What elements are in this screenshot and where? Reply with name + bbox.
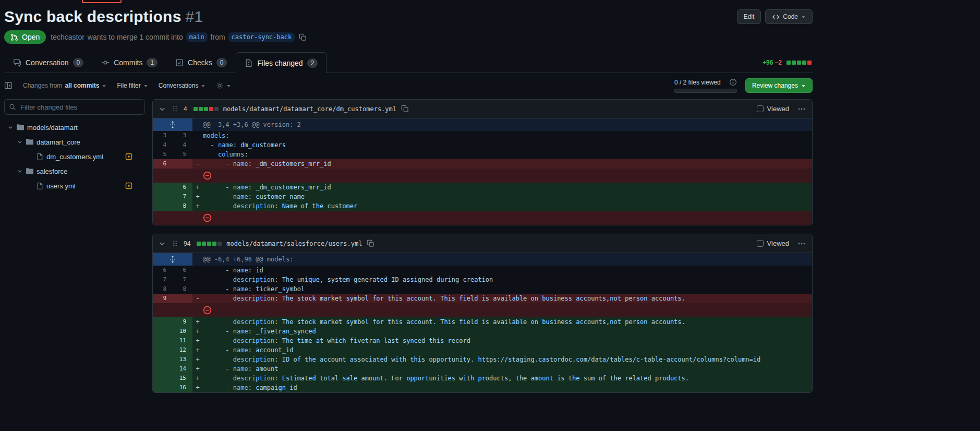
pull-request-page: Sync back descriptions#1 Edit Code Open … [0, 0, 817, 401]
edit-button[interactable]: Edit [737, 9, 761, 24]
diff-sign [192, 275, 203, 284]
tok-punct: : [225, 132, 229, 139]
file-options-button[interactable] [797, 240, 806, 248]
new-line-number[interactable]: 6 [173, 183, 192, 192]
tab-counter: 2 [307, 58, 318, 68]
tab-conversation[interactable]: Conversation0 [4, 52, 92, 73]
new-line-number[interactable]: 15 [173, 374, 192, 383]
head-branch-label[interactable]: castor-sync-back [228, 32, 295, 42]
file-header: 4models/datamart/datamart_core/dm_custom… [153, 100, 812, 118]
new-line-number[interactable]: 6 [173, 266, 192, 275]
code-line: + description: ID of the account associa… [192, 355, 812, 364]
new-line-number[interactable]: 8 [173, 201, 192, 211]
new-line-number[interactable]: 4 [173, 140, 192, 150]
tok-val: Name of the customer [279, 202, 358, 210]
tree-item-label: datamart_core [37, 138, 80, 146]
expand-diff-button[interactable] [153, 118, 192, 131]
tree-item-users-yml[interactable]: users.yml [4, 178, 145, 193]
new-line-number[interactable]: 10 [173, 327, 192, 336]
tab-label: Commits [114, 57, 142, 68]
new-line-number[interactable]: 9 [173, 317, 192, 327]
file-section-dm-customers-yml: 4models/datamart/datamart_core/dm_custom… [152, 99, 813, 225]
diff-row-context: 55 columns: [153, 150, 812, 159]
old-line-number[interactable]: 9 [153, 294, 173, 303]
diff-settings-dropdown[interactable] [216, 82, 231, 90]
file-filter-dropdown[interactable]: File filter [117, 82, 148, 89]
tok-key: description [233, 356, 274, 363]
review-changes-button[interactable]: Review changes [745, 78, 813, 93]
old-line-number[interactable]: 5 [153, 150, 173, 159]
old-line-number [153, 201, 173, 211]
viewed-checkbox[interactable] [757, 105, 764, 112]
copy-path-button[interactable] [401, 105, 409, 113]
new-line-number[interactable]: 12 [173, 345, 192, 355]
tab-commits[interactable]: Commits1 [92, 52, 166, 73]
diff-sign [192, 131, 203, 140]
new-line-number[interactable]: 14 [173, 364, 192, 374]
tree-item-datamart-core[interactable]: datamart_core [4, 135, 145, 149]
file-grabber-handle[interactable] [171, 240, 179, 247]
old-line-number [153, 317, 173, 327]
file-path: models/datamart/salesforce/users.yml [226, 240, 362, 247]
new-line-number[interactable]: 3 [173, 131, 192, 140]
copy-path-button[interactable] [367, 240, 374, 247]
tok-val: The unique, system-generated ID assigned… [279, 276, 493, 283]
tok-val: customer_name [252, 193, 305, 200]
tab-checks[interactable]: Checks0 [166, 52, 236, 73]
tok-punct: : [248, 285, 252, 293]
no-entry-icon[interactable] [203, 213, 212, 222]
new-line-number[interactable]: 13 [173, 355, 192, 364]
copy-branch-icon[interactable] [299, 33, 307, 41]
code-button[interactable]: Code [765, 9, 813, 24]
no-entry-icon[interactable] [203, 306, 212, 315]
base-branch-label[interactable]: main [186, 32, 208, 42]
toggle-file-tree-button[interactable] [4, 81, 13, 90]
tree-item-models-datamart[interactable]: models/datamart [4, 120, 145, 135]
old-line-number[interactable]: 6 [153, 266, 173, 275]
chevron-down-icon[interactable] [17, 168, 23, 174]
new-line-number[interactable]: 5 [173, 150, 192, 159]
new-line-number[interactable]: 11 [173, 336, 192, 345]
new-line-number[interactable]: 8 [173, 284, 192, 294]
file-grabber-handle[interactable] [171, 105, 179, 113]
old-line-number[interactable]: 7 [153, 275, 173, 284]
chevron-down-icon[interactable] [7, 124, 14, 130]
viewed-checkbox[interactable] [757, 240, 764, 247]
tok-punct: : [274, 356, 278, 363]
pr-author[interactable]: techcastor [51, 33, 84, 41]
tree-item-salesforce[interactable]: salesforce [4, 164, 145, 178]
tree-item-dm-customers-yml[interactable]: dm_customers.yml [4, 149, 145, 164]
file-section-users-yml: 94models/datamart/salesforce/users.ymlVi… [152, 234, 813, 393]
new-line-number[interactable]: 16 [173, 383, 192, 392]
tok-val: _dm_customers_mrr_id [252, 160, 331, 167]
tok-punct [203, 151, 218, 158]
tab-counter: 1 [147, 58, 158, 67]
old-line-number[interactable]: 4 [153, 140, 173, 150]
changes-from-dropdown[interactable]: Changes from all commits [23, 82, 106, 89]
file-filter-label: File filter [117, 82, 140, 89]
viewed-toggle[interactable]: Viewed [757, 240, 789, 247]
code-line: - name: dm_customers [192, 140, 812, 150]
code-line: - name: ticker_symbol [192, 284, 812, 294]
filter-changed-files-input[interactable] [4, 99, 145, 115]
file-options-button[interactable] [797, 105, 806, 113]
old-line-number[interactable]: 8 [153, 284, 173, 294]
tok-punct: - [203, 328, 233, 335]
old-line-number[interactable]: 3 [153, 131, 173, 140]
chevron-down-icon[interactable] [17, 139, 23, 145]
conversations-dropdown[interactable]: Conversations [159, 82, 206, 89]
collapse-file-button[interactable] [158, 240, 166, 248]
no-entry-icon[interactable] [203, 171, 212, 180]
pr-title: Sync back descriptions#1 [4, 7, 203, 26]
new-line-number[interactable]: 7 [173, 192, 192, 201]
pr-state-badge: Open [4, 30, 46, 44]
collapse-file-button[interactable] [158, 105, 166, 113]
viewed-toggle[interactable]: Viewed [757, 105, 789, 113]
new-line-number[interactable]: 7 [173, 275, 192, 284]
expand-diff-button[interactable] [153, 253, 192, 266]
file-header-actions: Viewed [757, 240, 807, 248]
files-viewed-info-button[interactable] [729, 78, 737, 86]
old-line-number[interactable]: 6 [153, 159, 173, 169]
tok-punct: : [248, 160, 252, 167]
tab-files-changed[interactable]: Files changed2 [236, 52, 326, 73]
